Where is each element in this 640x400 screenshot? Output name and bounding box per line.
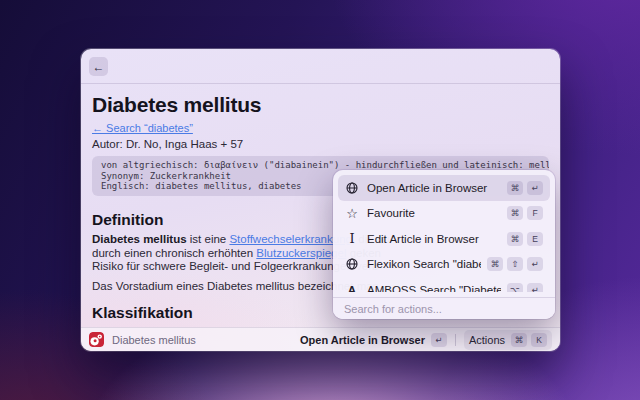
page-title: Diabetes mellitus (92, 93, 549, 117)
window-header: ← (81, 49, 560, 84)
back-button[interactable]: ← (89, 57, 108, 76)
return-key-badge: ↵ (527, 181, 543, 195)
status-item-title: Diabetes mellitus (112, 334, 300, 346)
desktop: { "window": { "header": { "back_icon": "… (0, 0, 640, 400)
e-key-badge: E (527, 232, 543, 246)
cmd-key-badge: ⌘ (507, 206, 523, 220)
letter-a-icon: A (345, 284, 359, 292)
etymology-line: von altgriechisch: διαβαίνειν ("diabaine… (101, 160, 540, 171)
actions-button[interactable]: Actions ⌘ K (464, 330, 552, 350)
search-back-link[interactable]: ← Search “diabetes” (92, 122, 193, 135)
bold-term: Diabetes mellitus (92, 233, 187, 245)
menu-item-favourite[interactable]: ☆ Favourite ⌘F (338, 201, 550, 227)
back-arrow-icon: ← (93, 60, 105, 74)
return-key-badge: ↵ (527, 283, 543, 292)
k-key-badge: K (531, 333, 547, 347)
primary-action-button[interactable]: Open Article in Browser (300, 334, 425, 346)
text-cursor-icon: I (345, 232, 359, 245)
status-bar: Diabetes mellitus Open Article in Browse… (81, 327, 560, 351)
app-window: ← Diabetes mellitus ← Search “diabetes” … (81, 49, 560, 351)
return-key-badge: ↵ (527, 257, 543, 271)
menu-item-amboss-search[interactable]: A AMBOSS Search "Diabetes mellitus" ⌥↵ (338, 277, 550, 292)
cmd-key-badge: ⌘ (487, 257, 503, 271)
cmd-key-badge: ⌘ (507, 232, 523, 246)
cmd-key-badge: ⌘ (511, 333, 527, 347)
actions-list: Open Article in Browser ⌘↵ ☆ Favourite ⌘… (333, 170, 555, 292)
f-key-badge: F (527, 206, 543, 220)
menu-item-edit-article[interactable]: I Edit Article in Browser ⌘E (338, 226, 550, 252)
actions-popover: Open Article in Browser ⌘↵ ☆ Favourite ⌘… (333, 170, 555, 319)
cmd-key-badge: ⌘ (507, 181, 523, 195)
doccheck-app-icon (89, 332, 104, 347)
star-icon: ☆ (345, 207, 359, 220)
shift-key-badge: ⇧ (507, 257, 523, 271)
statusbar-divider (455, 334, 456, 346)
option-key-badge: ⌥ (507, 283, 523, 292)
menu-item-open-article[interactable]: Open Article in Browser ⌘↵ (338, 175, 550, 201)
return-key-badge: ↵ (431, 333, 447, 347)
menu-item-flexikon-search[interactable]: Flexikon Search "diabetes" ⌘⇧↵ (338, 252, 550, 278)
actions-search-footer (333, 297, 555, 319)
actions-search-input[interactable] (344, 303, 544, 315)
actions-label: Actions (469, 334, 505, 346)
author-line: Autor: Dr. No, Inga Haas + 57 (92, 138, 549, 151)
globe-icon (345, 182, 359, 194)
globe-icon (345, 258, 359, 270)
